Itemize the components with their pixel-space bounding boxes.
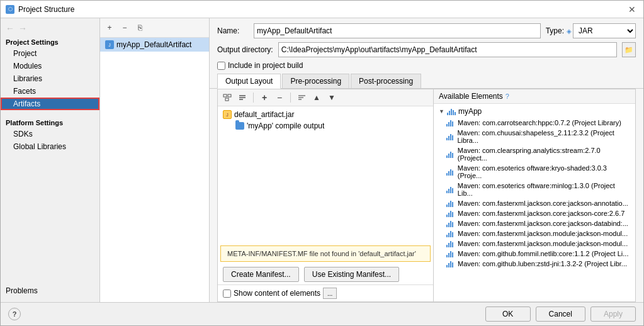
maven-icon-1 — [446, 133, 455, 140]
maven-icon-3 — [446, 168, 455, 176]
back-button[interactable]: ← — [4, 23, 16, 33]
output-panel: + − ▲ ▼ J default_artifact.jar — [218, 89, 434, 301]
include-build-row: Include in project build — [210, 60, 643, 71]
show-content-checkbox[interactable] — [223, 289, 231, 298]
ok-button[interactable]: OK — [485, 306, 531, 322]
copy-artifact-button[interactable]: ⎘ — [133, 21, 147, 35]
output-dir-input[interactable] — [278, 42, 617, 57]
tree-item-jar-label: default_artifact.jar — [234, 110, 294, 119]
avail-item-1[interactable]: Maven: com.chuusai:shapeless_2.11:2.3.2 … — [434, 128, 635, 145]
artifact-icon: J — [105, 40, 114, 49]
edit-properties-button[interactable] — [235, 91, 249, 104]
chevron-icon: ▼ — [439, 108, 444, 115]
svg-rect-2 — [225, 98, 229, 101]
toolbar-separator — [253, 93, 254, 103]
more-button[interactable]: ... — [323, 288, 337, 299]
folder-icon — [235, 122, 244, 130]
tree-item-jar[interactable]: J default_artifact.jar — [220, 109, 431, 120]
forward-button[interactable]: → — [17, 23, 28, 33]
show-content-row: Show content of elements ... — [218, 284, 433, 301]
tabs-row: Output Layout Pre-processing Post-proces… — [210, 71, 643, 89]
avail-item-0[interactable]: Maven: com.carrotsearch:hppc:0.7.2 (Proj… — [434, 118, 635, 128]
dialog-title: Project Structure — [18, 5, 74, 14]
sidebar-item-facets[interactable]: Facets — [1, 85, 99, 98]
sidebar-item-problems[interactable]: Problems — [1, 284, 99, 297]
tab-output-layout[interactable]: Output Layout — [217, 74, 281, 89]
avail-item-8[interactable]: Maven: com.fasterxml.jackson.module:jack… — [434, 228, 635, 239]
maven-icon-8 — [446, 230, 455, 237]
manifest-warning: META-INF/MANIFEST.MF file not found in '… — [220, 245, 431, 262]
add-output-button[interactable]: + — [257, 91, 271, 104]
show-module-button[interactable] — [220, 91, 234, 104]
dialog-icon: ⬡ — [6, 5, 14, 14]
sidebar-item-sdks[interactable]: SDKs — [1, 128, 99, 140]
avail-item-4[interactable]: Maven: com.esoterics oftware:minlog:1.3.… — [434, 181, 635, 198]
content-area: + − ▲ ▼ J default_artifact.jar — [217, 89, 636, 302]
avail-item-10[interactable]: Maven: com.github.fommil.netlib:core:1.1… — [434, 249, 635, 259]
artifact-list-item[interactable]: J myApp_DefaultArtifact — [100, 38, 209, 52]
output-tree: J default_artifact.jar 'myApp' compile o… — [218, 106, 433, 243]
maven-icon-11 — [446, 260, 455, 267]
available-group-myapp[interactable]: ▼ myApp — [434, 105, 635, 118]
tab-pre-processing[interactable]: Pre-processing — [282, 74, 349, 88]
jar-icon: J — [223, 110, 232, 119]
tree-item-compile-output[interactable]: 'myApp' compile output — [220, 120, 431, 132]
remove-output-button[interactable]: − — [273, 91, 286, 104]
tab-post-processing[interactable]: Post-processing — [351, 74, 421, 88]
sidebar-item-modules[interactable]: Modules — [1, 60, 99, 72]
platform-settings-label: Platform Settings — [1, 115, 99, 128]
avail-item-11[interactable]: Maven: com.github.luben:zstd-jni:1.3.2-2… — [434, 259, 635, 269]
avail-item-5[interactable]: Maven: com.fasterxml.jackson.core:jackso… — [434, 198, 635, 208]
maven-icon-2 — [446, 150, 455, 158]
sidebar-item-global-libraries[interactable]: Global Libraries — [1, 140, 99, 153]
help-icon[interactable]: ? — [506, 93, 509, 100]
maven-icon-10 — [446, 250, 455, 257]
sort-button[interactable] — [295, 91, 308, 104]
maven-icon-7 — [446, 220, 455, 227]
avail-item-6[interactable]: Maven: com.fasterxml.jackson.core:jackso… — [434, 208, 635, 218]
cancel-button[interactable]: Cancel — [536, 306, 585, 322]
bottom-left: ? — [8, 308, 21, 320]
avail-item-3[interactable]: Maven: com.esoterics oftware:kryo-shaded… — [434, 163, 635, 181]
include-build-checkbox[interactable] — [217, 62, 225, 70]
type-label: Type: — [546, 26, 564, 35]
title-bar-left: ⬡ Project Structure — [6, 5, 74, 14]
tree-item-compile-label: 'myApp' compile output — [247, 121, 324, 130]
move-down-button[interactable]: ▼ — [325, 91, 339, 104]
output-dir-row: Output directory: 📁 — [210, 41, 643, 60]
avail-item-7[interactable]: Maven: com.fasterxml.jackson.core:jackso… — [434, 218, 635, 228]
sidebar-item-project[interactable]: Project — [1, 47, 99, 60]
add-artifact-button[interactable]: + — [103, 21, 116, 35]
toolbar-separator2 — [290, 93, 291, 103]
output-dir-label: Output directory: — [217, 45, 273, 54]
help-button[interactable]: ? — [8, 308, 21, 320]
type-select[interactable]: JAR — [573, 23, 636, 38]
name-row: Name: Type: ◈ JAR — [210, 18, 643, 41]
include-build-label: Include in project build — [228, 61, 303, 70]
create-manifest-button[interactable]: Create Manifest... — [223, 267, 299, 282]
artifact-list: J myApp_DefaultArtifact — [100, 38, 209, 302]
sidebar-item-libraries[interactable]: Libraries — [1, 72, 99, 85]
output-toolbar: + − ▲ ▼ — [218, 89, 433, 106]
name-input[interactable] — [254, 23, 541, 38]
close-button[interactable]: ✕ — [626, 3, 638, 16]
manifest-buttons: Create Manifest... Use Existing Manifest… — [218, 264, 433, 284]
available-header: Available Elements ? — [434, 89, 635, 104]
remove-artifact-button[interactable]: − — [118, 21, 132, 35]
browse-button[interactable]: 📁 — [622, 42, 636, 57]
sidebar-item-artifacts[interactable]: Artifacts — [1, 98, 99, 110]
sidebar-bottom: Problems — [1, 284, 99, 300]
main-content: ← → Project Settings Project Modules Lib… — [1, 18, 643, 302]
maven-icon-4 — [446, 186, 455, 193]
avail-item-9[interactable]: Maven: com.fasterxml.jackson.module:jack… — [434, 239, 635, 249]
avail-item-2[interactable]: Maven: com.clearspring.analytics:stream:… — [434, 145, 635, 163]
maven-icon-9 — [446, 240, 455, 247]
svg-rect-0 — [223, 94, 227, 97]
maven-icon-6 — [446, 210, 455, 217]
move-up-button[interactable]: ▲ — [310, 91, 324, 104]
group-label: myApp — [458, 107, 482, 116]
svg-rect-1 — [228, 94, 231, 97]
use-existing-manifest-button[interactable]: Use Existing Manifest... — [304, 267, 399, 282]
sidebar: ← → Project Settings Project Modules Lib… — [1, 18, 100, 302]
apply-button[interactable]: Apply — [590, 306, 636, 322]
